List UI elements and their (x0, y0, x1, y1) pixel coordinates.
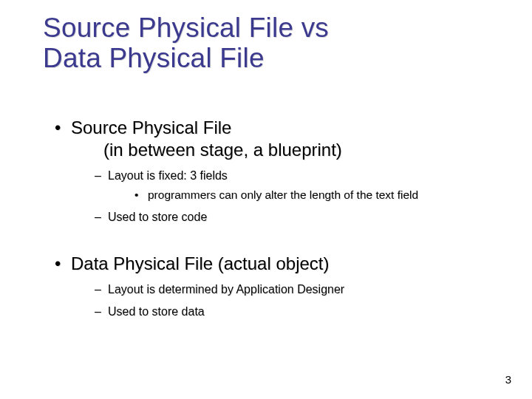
bullet-text: Used to store data (108, 305, 205, 318)
slide-title: Source Physical File vs Data Physical Fi… (43, 13, 329, 73)
bullet-level3: •programmers can only alter the length o… (134, 188, 501, 202)
page-number: 3 (505, 373, 511, 386)
bullet-level1: •Source Physical File (in between stage,… (58, 117, 501, 160)
bullet-text: Source Physical File (71, 117, 231, 137)
bullet-icon: • (55, 253, 71, 274)
bullet-text: Layout is determined by Application Desi… (108, 283, 344, 296)
bullet-level2: –Layout is fixed: 3 fields (95, 169, 501, 183)
slide: Source Physical File vs Data Physical Fi… (0, 0, 532, 399)
dash-icon: – (95, 169, 108, 183)
bullet-icon: • (55, 117, 71, 138)
bullet-text: Data Physical File (actual object) (71, 253, 329, 273)
title-line-2: Data Physical File (43, 43, 265, 73)
bullet-level2: –Used to store data (95, 305, 501, 318)
bullet-level2: –Layout is determined by Application Des… (95, 283, 501, 296)
spacer (58, 227, 501, 243)
dash-icon: – (95, 211, 108, 224)
bullet-text: programmers can only alter the length of… (148, 188, 418, 201)
dash-icon: – (95, 305, 108, 318)
bullet-text: Layout is fixed: 3 fields (108, 169, 228, 182)
slide-body: •Source Physical File (in between stage,… (58, 107, 501, 321)
bullet-text-cont: (in between stage, a blueprint) (103, 140, 501, 160)
bullet-icon: • (134, 188, 148, 202)
title-line-1: Source Physical File vs (43, 13, 329, 43)
bullet-level2: –Used to store code (95, 211, 501, 224)
bullet-level1: •Data Physical File (actual object) (58, 253, 501, 274)
dash-icon: – (95, 283, 108, 296)
bullet-text: Used to store code (108, 211, 207, 223)
